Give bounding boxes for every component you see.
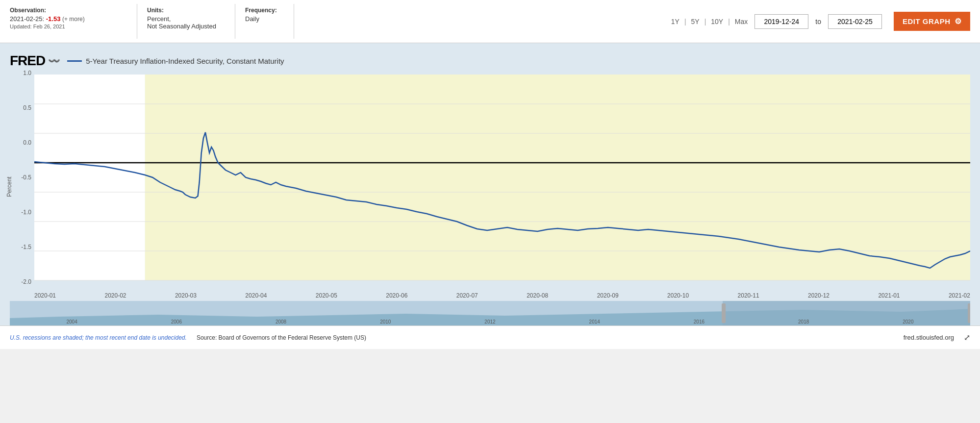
x-label-5: 2020-06	[386, 292, 407, 299]
x-label-6: 2020-07	[456, 292, 478, 299]
minimap[interactable]: 2004 2006 2008 2010 2012 2014 2016 2018 …	[10, 301, 970, 325]
fred-squiggle-icon: 〰️	[48, 55, 60, 67]
x-label-10: 2020-11	[738, 292, 759, 299]
date-from-input[interactable]	[754, 14, 808, 29]
footer-left: U.S. recessions are shaded; the most rec…	[10, 334, 366, 341]
frequency-label: Frequency:	[245, 7, 284, 14]
x-label-12: 2021-01	[878, 292, 900, 299]
edit-graph-button[interactable]: EDIT GRAPH ⚙	[894, 12, 970, 31]
mini-label-2008: 2008	[276, 319, 286, 324]
range-links: 1Y | 5Y | 10Y | Max	[671, 18, 748, 25]
frequency-section: Frequency: Daily	[235, 4, 294, 39]
y-label-5: -1.0	[21, 209, 31, 216]
range-controls: 1Y | 5Y | 10Y | Max to EDIT GRAPH ⚙	[661, 4, 980, 39]
mini-label-2018: 2018	[798, 319, 809, 324]
expand-icon[interactable]: ⤢	[964, 333, 970, 342]
obs-value: -1.53	[46, 15, 61, 23]
chart-wrapper: 1.0 0.5 0.0 -0.5 -1.0 -1.5 -2.0 Percent	[10, 75, 970, 299]
observation-section: Observation: 2021-02-25: -1.53 (+ more) …	[0, 4, 137, 39]
y-axis-title: Percent	[6, 176, 13, 197]
footer-bar: U.S. recessions are shaded; the most rec…	[0, 325, 980, 349]
mini-label-2012: 2012	[484, 319, 495, 324]
x-label-9: 2020-10	[667, 292, 689, 299]
chart-with-yaxis: 1.0 0.5 0.0 -0.5 -1.0 -1.5 -2.0 Percent	[10, 75, 970, 299]
x-label-4: 2020-05	[316, 292, 337, 299]
y-label-6: -1.5	[21, 244, 31, 250]
chart-header: FRED 〰️ 5-Year Treasury Inflation-Indexe…	[0, 49, 980, 75]
units-value: Percent,	[147, 15, 225, 23]
y-label-4: -0.5	[21, 174, 31, 181]
x-label-7: 2020-08	[527, 292, 548, 299]
y-label-3: 0.0	[23, 139, 31, 146]
mini-label-2014: 2014	[589, 319, 600, 324]
recession-link[interactable]: U.S. recessions are shaded; the most rec…	[10, 334, 187, 341]
obs-date: 2021-02-25:	[10, 15, 44, 23]
x-label-0: 2020-01	[34, 292, 56, 299]
chart-container: FRED 〰️ 5-Year Treasury Inflation-Indexe…	[0, 43, 980, 325]
mini-label-2006: 2006	[171, 319, 182, 324]
fred-logo: FRED	[10, 53, 45, 69]
mini-label-2010: 2010	[380, 319, 391, 324]
units-section: Units: Percent, Not Seasonally Adjusted	[137, 4, 235, 39]
minimap-labels: 2004 2006 2008 2010 2012 2014 2016 2018 …	[10, 319, 970, 324]
date-to-input[interactable]	[828, 14, 882, 29]
svg-rect-0	[34, 75, 145, 280]
top-bar: Observation: 2021-02-25: -1.53 (+ more) …	[0, 0, 980, 43]
units-label: Units:	[147, 7, 225, 14]
x-label-11: 2020-12	[808, 292, 829, 299]
source-text: Source: Board of Governors of the Federa…	[197, 334, 366, 341]
fred-url: fred.stlouisfed.org	[904, 334, 954, 341]
y-axis-labels: 1.0 0.5 0.0 -0.5 -1.0 -1.5 -2.0	[10, 70, 34, 285]
range-1y[interactable]: 1Y	[671, 18, 679, 25]
y-label-7: -2.0	[21, 278, 31, 285]
x-label-13: 2021-02	[949, 292, 970, 299]
range-5y[interactable]: 5Y	[691, 18, 700, 25]
y-label-1: 1.0	[23, 70, 31, 76]
updated-label: Updated: Feb 26, 2021	[10, 24, 127, 29]
x-label-1: 2020-02	[104, 292, 126, 299]
frequency-value: Daily	[245, 15, 284, 23]
x-axis-labels: 2020-01 2020-02 2020-03 2020-04 2020-05 …	[34, 292, 970, 299]
obs-more: (+ more)	[62, 16, 85, 23]
range-max[interactable]: Max	[735, 18, 748, 25]
to-label: to	[815, 18, 821, 25]
mini-label-2020: 2020	[903, 319, 913, 324]
svg-chart-container: 2020-01 2020-02 2020-03 2020-04 2020-05 …	[34, 75, 970, 299]
range-10y[interactable]: 10Y	[711, 18, 723, 25]
observation-date-value: 2021-02-25: -1.53 (+ more)	[10, 15, 127, 23]
x-label-8: 2020-09	[597, 292, 619, 299]
x-label-2: 2020-03	[175, 292, 197, 299]
main-chart-svg	[34, 75, 970, 290]
y-label-2: 0.5	[23, 104, 31, 111]
spacer	[294, 4, 661, 39]
chart-title-line: 5-Year Treasury Inflation-Indexed Securi…	[67, 57, 284, 65]
observation-label: Observation:	[10, 7, 127, 14]
legend-line-icon	[67, 60, 82, 62]
svg-rect-1	[145, 75, 970, 280]
chart-title: 5-Year Treasury Inflation-Indexed Securi…	[86, 57, 284, 65]
x-label-3: 2020-04	[245, 292, 267, 299]
footer-right: fred.stlouisfed.org ⤢	[904, 333, 970, 342]
units-detail: Not Seasonally Adjusted	[147, 23, 225, 30]
edit-graph-label: EDIT GRAPH	[903, 17, 951, 25]
gear-icon: ⚙	[955, 17, 962, 26]
mini-label-2004: 2004	[66, 319, 77, 324]
mini-label-2016: 2016	[694, 319, 704, 324]
y-axis: 1.0 0.5 0.0 -0.5 -1.0 -1.5 -2.0 Percent	[10, 75, 34, 299]
